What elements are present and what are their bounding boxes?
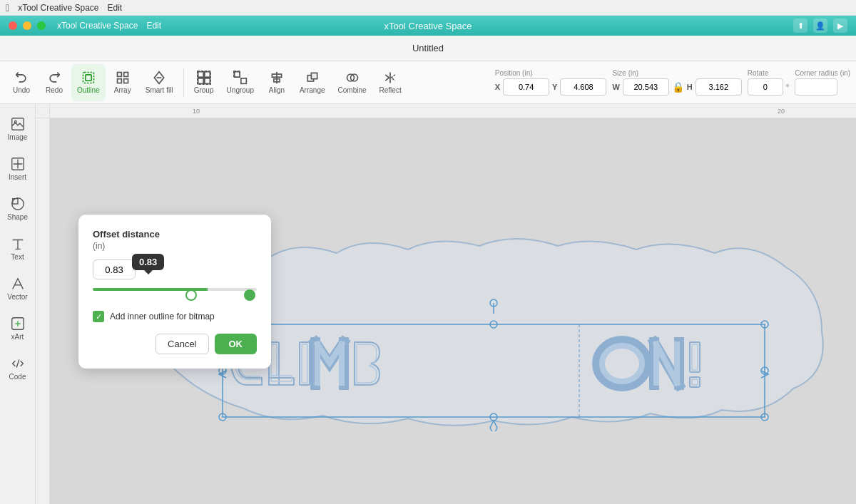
- app-name-menu[interactable]: xTool Creative Space: [18, 3, 98, 13]
- position-y-input[interactable]: [560, 78, 606, 96]
- main-content: Image Insert Shape Text: [0, 104, 856, 504]
- corner-label: Corner radius (in): [795, 69, 850, 77]
- x-prefix: X: [495, 83, 500, 91]
- h-prefix: H: [687, 83, 693, 91]
- app-container: Untitled Undo Redo Outline: [0, 36, 856, 504]
- offset-subtitle: (in): [93, 241, 257, 251]
- checkbox-inner-outline[interactable]: ✓: [93, 311, 104, 322]
- image-label: Image: [8, 133, 28, 141]
- sidebar-item-xart[interactable]: xArt: [2, 309, 34, 346]
- size-h-input[interactable]: [696, 78, 742, 96]
- apple-menu[interactable]: : [6, 2, 9, 14]
- svg-rect-5: [123, 79, 128, 83]
- ruler-mark-20: 20: [778, 108, 785, 115]
- left-sidebar: Image Insert Shape Text: [0, 104, 36, 504]
- reflect-label: Reflect: [379, 86, 402, 94]
- slider-thumb-right[interactable]: [244, 289, 255, 301]
- close-button[interactable]: [9, 21, 17, 30]
- text-label: Text: [11, 253, 24, 261]
- group-button[interactable]: Group: [188, 64, 220, 101]
- toolbar-fields: Position (in) X Y Size (in) W 🔒 H: [495, 69, 850, 96]
- degree-suffix: °: [786, 83, 789, 91]
- ruler-mark-10: 10: [193, 108, 200, 115]
- svg-rect-11: [234, 72, 240, 78]
- array-button[interactable]: Array: [107, 64, 138, 101]
- combine-label: Combine: [338, 86, 367, 94]
- reflect-button[interactable]: Reflect: [374, 64, 407, 101]
- svg-rect-7: [204, 72, 210, 78]
- svg-rect-0: [83, 73, 93, 83]
- svg-rect-2: [117, 73, 121, 77]
- settings-icon[interactable]: ▶: [833, 19, 847, 33]
- w-prefix: W: [612, 83, 619, 91]
- app-header: Untitled: [0, 36, 856, 61]
- y-prefix: Y: [552, 83, 557, 91]
- window-title: xTool Creative Space: [384, 21, 472, 31]
- outline-button[interactable]: Outline: [71, 64, 106, 101]
- sidebar-item-shape[interactable]: Shape: [2, 190, 34, 227]
- checkbox-row[interactable]: ✓ Add inner outline for bitmap: [93, 311, 257, 322]
- insert-label: Insert: [9, 173, 26, 181]
- traffic-lights: [9, 21, 46, 30]
- sidebar-item-insert[interactable]: Insert: [2, 150, 34, 187]
- minimize-button[interactable]: [23, 21, 31, 30]
- combine-button[interactable]: Combine: [332, 64, 372, 101]
- slider-thumb-left[interactable]: [185, 289, 197, 301]
- app-title: xTool Creative Space: [57, 21, 138, 31]
- offset-tooltip: 0.83: [132, 254, 164, 270]
- sidebar-item-text[interactable]: Text: [2, 230, 34, 267]
- rotate-input[interactable]: [748, 78, 783, 96]
- offset-title-row: Offset distance (in): [93, 229, 257, 251]
- size-w-input[interactable]: [623, 78, 669, 96]
- ungroup-button[interactable]: Ungroup: [221, 64, 260, 101]
- maximize-button[interactable]: [37, 21, 46, 30]
- svg-line-27: [16, 359, 19, 367]
- sidebar-item-image[interactable]: Image: [2, 110, 34, 147]
- redo-label: Redo: [46, 86, 63, 94]
- sidebar-item-vector[interactable]: Vector: [2, 269, 34, 307]
- align-label: Align: [269, 86, 285, 94]
- shape-label: Shape: [7, 213, 28, 221]
- edit-menu[interactable]: Edit: [108, 3, 123, 13]
- cancel-button[interactable]: Cancel: [156, 334, 208, 354]
- xart-label: xArt: [11, 333, 24, 341]
- offset-input-row: 0.83: [93, 259, 257, 279]
- rotate-label: Rotate: [748, 69, 789, 77]
- rotate-group: Rotate °: [748, 69, 789, 96]
- slider-container[interactable]: [93, 288, 257, 302]
- arrange-button[interactable]: Arrange: [294, 64, 331, 101]
- arrange-label: Arrange: [300, 86, 325, 94]
- separator-1: [183, 68, 184, 97]
- checkbox-label: Add inner outline for bitmap: [110, 312, 215, 322]
- ruler-corner: [36, 104, 50, 118]
- menu-bar:  xTool Creative Space Edit: [0, 0, 856, 16]
- sidebar-item-code[interactable]: Code: [2, 349, 34, 386]
- position-x-input[interactable]: [503, 78, 549, 96]
- corner-input[interactable]: [795, 78, 837, 96]
- align-button[interactable]: Align: [261, 64, 292, 101]
- smart-fill-button[interactable]: Smart fill: [140, 64, 179, 101]
- notification-icon[interactable]: ⬆: [793, 19, 807, 33]
- svg-rect-6: [198, 72, 203, 78]
- code-label: Code: [9, 373, 26, 381]
- offset-input[interactable]: [93, 259, 136, 279]
- vector-label: Vector: [7, 293, 27, 301]
- undo-button[interactable]: Undo: [6, 64, 37, 101]
- array-label: Array: [114, 86, 131, 94]
- document-title: Untitled: [412, 43, 444, 53]
- account-icon[interactable]: 👤: [813, 19, 827, 33]
- redo-button[interactable]: Redo: [39, 64, 70, 101]
- group-label: Group: [194, 86, 214, 94]
- canvas-area[interactable]: 10 20: [36, 104, 856, 504]
- position-label: Position (in): [495, 69, 607, 77]
- window-subtitle: Edit: [146, 21, 161, 31]
- ungroup-label: Ungroup: [227, 86, 254, 94]
- ok-button[interactable]: OK: [215, 334, 258, 354]
- slider-track: [93, 288, 257, 291]
- smart-fill-label: Smart fill: [146, 86, 173, 94]
- lock-icon[interactable]: 🔒: [672, 81, 684, 93]
- outline-label: Outline: [77, 86, 100, 94]
- position-group: Position (in) X Y: [495, 69, 607, 96]
- offset-title: Offset distance: [93, 229, 257, 240]
- svg-rect-8: [198, 78, 203, 84]
